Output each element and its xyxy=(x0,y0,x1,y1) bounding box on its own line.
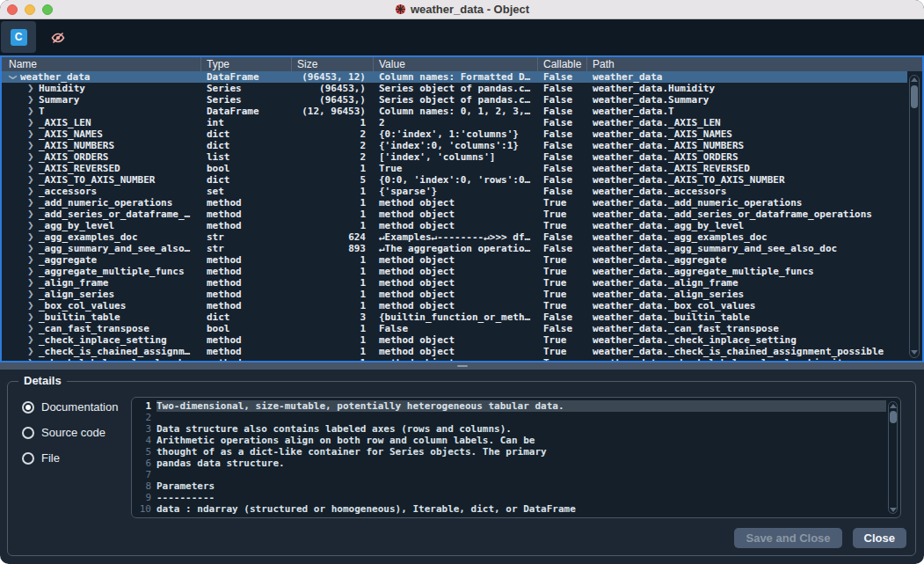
table-row[interactable]: ❯_check_label_or_level_amb…method1method… xyxy=(2,357,907,361)
table-row[interactable]: ❯_AXIS_NUMBERSdict2{'index':0, 'columns'… xyxy=(2,140,907,151)
attribute-size: (96453,) xyxy=(292,83,374,94)
table-row[interactable]: ❯_add_series_or_dataframe_…method1method… xyxy=(2,209,907,220)
scroll-up-icon[interactable] xyxy=(890,404,897,408)
table-row[interactable]: ❯_agg_examples_docstr624↵Examples↵------… xyxy=(2,231,907,243)
scroll-down-icon[interactable] xyxy=(890,508,897,512)
splitter-handle[interactable] xyxy=(0,363,924,370)
chevron-right-icon[interactable]: ❯ xyxy=(27,197,35,209)
attribute-name: weather_data xyxy=(20,71,90,83)
chevron-right-icon[interactable]: ❯ xyxy=(27,323,35,334)
close-window-icon[interactable] xyxy=(7,4,18,15)
scroll-down-icon[interactable] xyxy=(911,350,918,355)
scrollbar-track[interactable] xyxy=(909,75,920,358)
chevron-right-icon[interactable]: ❯ xyxy=(27,94,35,106)
save-and-close-button[interactable]: Save and Close xyxy=(734,528,841,548)
attribute-type: dict xyxy=(201,128,292,140)
scrollbar-thumb[interactable] xyxy=(911,85,918,108)
table-row[interactable]: ❯weather_dataDataFrame(96453, 12)Column … xyxy=(2,71,907,83)
table-row[interactable]: ❯_box_col_valuesmethod1method objectTrue… xyxy=(2,300,907,311)
chevron-right-icon[interactable]: ❯ xyxy=(27,151,35,163)
chevron-right-icon[interactable]: ❯ xyxy=(27,140,35,151)
column-header-path[interactable]: Path xyxy=(587,57,922,71)
table-row[interactable]: ❯_AXIS_REVERSEDbool1TrueFalseweather_dat… xyxy=(2,163,907,174)
chevron-right-icon[interactable]: ❯ xyxy=(27,106,35,117)
table-row[interactable]: ❯_can_fast_transposebool1FalseFalseweath… xyxy=(2,323,907,334)
radio-file[interactable]: File xyxy=(22,450,118,466)
table-row[interactable]: ❯_add_numeric_operationsmethod1method ob… xyxy=(2,197,907,209)
table-row[interactable]: ❯_AXIS_TO_AXIS_NUMBERdict5{0:0, 'index':… xyxy=(2,174,907,186)
column-header-value[interactable]: Value xyxy=(374,57,538,71)
chevron-right-icon[interactable]: ❯ xyxy=(27,357,35,361)
table-row[interactable]: ❯_builtin_tabledict3{builtin_function_or… xyxy=(2,311,907,323)
table-row[interactable]: ❯_check_inplace_settingmethod1method obj… xyxy=(2,334,907,346)
chevron-right-icon[interactable]: ❯ xyxy=(27,311,35,323)
chevron-right-icon[interactable]: ❯ xyxy=(27,277,35,289)
chevron-right-icon[interactable]: ❯ xyxy=(27,186,35,197)
table-row[interactable]: ❯_aggregate_multiple_funcsmethod1method … xyxy=(2,266,907,277)
chevron-right-icon[interactable]: ❯ xyxy=(27,254,35,266)
column-format-icon[interactable]: C xyxy=(11,29,27,46)
attribute-path: weather_data._check_is_chained_assignmen… xyxy=(587,346,907,357)
column-header-name[interactable]: Name xyxy=(2,57,201,71)
table-row[interactable]: ❯HumiditySeries(96453,)Series object of … xyxy=(2,83,907,94)
scrollbar-thumb[interactable] xyxy=(890,411,897,423)
chevron-right-icon[interactable]: ❯ xyxy=(27,128,35,140)
table-row[interactable]: ❯SummarySeries(96453,)Series object of p… xyxy=(2,94,907,106)
radio-label: Source code xyxy=(41,426,105,439)
table-row[interactable]: ❯_accessorsset1{'sparse'}Falseweather_da… xyxy=(2,186,907,197)
radio-source-code[interactable]: Source code xyxy=(22,424,118,441)
table-row[interactable]: ❯_align_framemethod1method objectTruewea… xyxy=(2,277,907,289)
table-vertical-scrollbar[interactable] xyxy=(908,72,920,359)
zoom-window-icon[interactable] xyxy=(42,4,53,15)
table-row[interactable]: ❯_AXIS_LENint12Falseweather_data._AXIS_L… xyxy=(2,117,907,128)
chevron-right-icon[interactable]: ❯ xyxy=(27,289,35,300)
table-row[interactable]: ❯_agg_by_levelmethod1method objectTruewe… xyxy=(2,220,907,231)
attribute-value: ↵The aggregation operatio… xyxy=(374,243,538,254)
documentation-scrollbar[interactable] xyxy=(887,399,899,516)
chevron-right-icon[interactable]: ❯ xyxy=(27,209,35,220)
table-row[interactable]: ❯_aggregatemethod1method objectTrueweath… xyxy=(2,254,907,266)
doc-line: 6pandas data structure. xyxy=(132,458,886,469)
table-row[interactable]: ❯_AXIS_ORDERSlist2['index', 'columns']Fa… xyxy=(2,151,907,163)
minimize-window-icon[interactable] xyxy=(25,4,35,15)
chevron-down-icon[interactable]: ❯ xyxy=(7,74,18,82)
attribute-size: 1 xyxy=(292,277,374,289)
attribute-size: (96453, 12) xyxy=(292,71,374,83)
chevron-right-icon[interactable]: ❯ xyxy=(27,243,35,254)
column-header-callable[interactable]: Callable xyxy=(538,57,587,71)
attribute-callable: False xyxy=(538,71,587,83)
table-row[interactable]: ❯_agg_summary_and_see_also…str893↵The ag… xyxy=(2,243,907,254)
format-toggle-tab[interactable]: C xyxy=(1,21,36,53)
chevron-right-icon[interactable]: ❯ xyxy=(27,334,35,346)
chevron-right-icon[interactable]: ❯ xyxy=(27,220,35,231)
chevron-right-icon[interactable]: ❯ xyxy=(27,163,35,174)
table-row[interactable]: ❯_check_is_chained_assignm…method1method… xyxy=(2,346,907,357)
radio-documentation[interactable]: Documentation xyxy=(22,399,118,415)
radio-selected-icon[interactable] xyxy=(22,401,34,414)
column-header-type[interactable]: Type xyxy=(201,57,292,71)
attribute-callable: False xyxy=(538,163,587,174)
attribute-path: weather_data._builtin_table xyxy=(587,311,907,323)
chevron-right-icon[interactable]: ❯ xyxy=(27,300,35,311)
table-row[interactable]: ❯_AXIS_NAMESdict2{0:'index', 1:'columns'… xyxy=(2,128,907,140)
table-row[interactable]: ❯TDataFrame(12, 96453)Column names: 0, 1… xyxy=(2,106,907,117)
table-row[interactable]: ❯_align_seriesmethod1method objectTruewe… xyxy=(2,289,907,300)
attribute-path: weather_data._AXIS_REVERSED xyxy=(587,163,907,174)
chevron-right-icon[interactable]: ❯ xyxy=(27,83,35,94)
attribute-callable: False xyxy=(538,94,587,106)
chevron-right-icon[interactable]: ❯ xyxy=(27,266,35,277)
scroll-up-icon[interactable] xyxy=(911,77,918,82)
chevron-right-icon[interactable]: ❯ xyxy=(27,231,35,243)
attribute-callable: True xyxy=(538,346,587,357)
radio-unselected-icon[interactable] xyxy=(22,452,34,465)
radio-unselected-icon[interactable] xyxy=(22,427,34,439)
hide-attributes-button[interactable] xyxy=(49,29,67,47)
chevron-right-icon[interactable]: ❯ xyxy=(27,174,35,186)
chevron-right-icon[interactable]: ❯ xyxy=(27,346,35,357)
documentation-viewer[interactable]: 1Two-dimensional, size-mutable, potentia… xyxy=(131,397,901,518)
attribute-path: weather_data._can_fast_transpose xyxy=(587,323,907,334)
column-header-size[interactable]: Size xyxy=(292,57,374,71)
chevron-right-icon[interactable]: ❯ xyxy=(27,117,35,128)
line-text: Data structure also contains labeled axe… xyxy=(156,423,886,435)
close-button[interactable]: Close xyxy=(853,528,906,548)
